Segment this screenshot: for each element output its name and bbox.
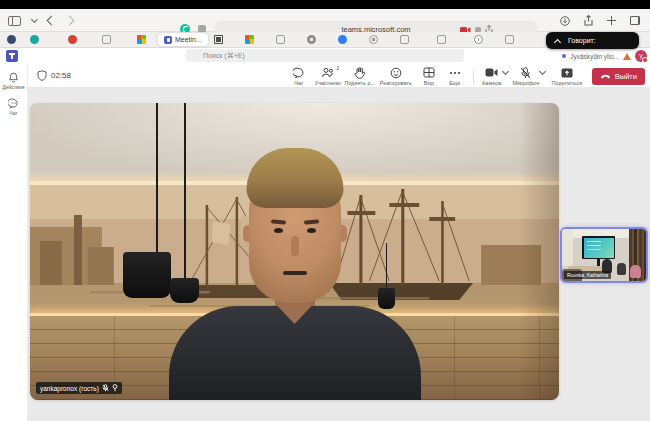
view-button-label: Вид bbox=[424, 80, 434, 86]
participants-button-label: Участники bbox=[315, 80, 341, 86]
back-icon[interactable] bbox=[47, 16, 57, 26]
pinned-tab-microsoft-1[interactable] bbox=[137, 35, 146, 44]
screen-top-strip bbox=[0, 0, 650, 9]
sidebar-icon[interactable] bbox=[8, 16, 21, 26]
meeting-toolbar: 02:58 Чат 2 Участники Поднять р bbox=[28, 64, 650, 88]
sidebar-item-label: Чат bbox=[9, 110, 17, 116]
person-beard bbox=[252, 255, 338, 313]
teams-meeting-window: teams.microsoft.com Meetin... bbox=[0, 0, 650, 421]
chat-button[interactable]: Чат bbox=[286, 67, 312, 86]
bell-icon bbox=[8, 72, 19, 83]
sidebar-item-activity[interactable]: Действия bbox=[0, 72, 27, 90]
leave-button[interactable]: Выйти bbox=[592, 68, 645, 85]
pinned-tab-globe[interactable] bbox=[7, 35, 16, 44]
hang-up-icon bbox=[600, 74, 611, 79]
participant-name: yankapronox (гость) bbox=[40, 385, 99, 392]
pinned-tab-gear[interactable] bbox=[307, 35, 316, 44]
share-screen-button-label: Поделиться bbox=[552, 80, 582, 86]
share-icon[interactable] bbox=[584, 15, 593, 26]
thumbnail-video-tile[interactable]: Ruuska, Katharina bbox=[560, 227, 648, 283]
participant-video-person bbox=[30, 103, 559, 400]
thumb-person bbox=[630, 265, 641, 278]
avatar[interactable]: Y bbox=[635, 50, 647, 62]
timer-text: 02:58 bbox=[51, 71, 71, 80]
speaking-indicator-pill[interactable]: Говорит: bbox=[546, 32, 639, 49]
search-input[interactable] bbox=[186, 49, 464, 62]
camera-button-label: Камера bbox=[482, 80, 501, 86]
participant-name-pill: yankapronox (гость) bbox=[36, 382, 122, 394]
view-grid-icon bbox=[423, 67, 435, 79]
chat-icon bbox=[293, 67, 305, 79]
view-button[interactable]: Вид bbox=[416, 67, 442, 86]
microphone-button-label: Микрофон bbox=[512, 80, 539, 86]
thumb-tv-screen bbox=[584, 238, 614, 258]
person-shirt bbox=[169, 306, 421, 400]
pinned-tab-outline-4[interactable] bbox=[437, 35, 446, 44]
pinned-tab-outline-2[interactable] bbox=[276, 35, 285, 44]
person-nose bbox=[291, 236, 299, 256]
leave-button-label: Выйти bbox=[615, 72, 637, 81]
browser-toolbar: teams.microsoft.com bbox=[0, 9, 650, 32]
participant-count-badge: 2 bbox=[337, 65, 340, 71]
chat-bubble-icon bbox=[8, 98, 19, 109]
person-eye bbox=[307, 228, 316, 233]
active-tab-meeting[interactable]: Meetin... bbox=[158, 33, 208, 46]
microphone-chevron[interactable] bbox=[540, 64, 545, 88]
sidebar-item-label: Действия bbox=[3, 84, 25, 90]
share-screen-button[interactable]: Поделиться bbox=[547, 67, 587, 86]
speaking-label: Говорит: bbox=[568, 37, 596, 44]
pinned-tab-outline-5[interactable] bbox=[505, 35, 514, 44]
pinned-tab-blue[interactable] bbox=[338, 35, 347, 44]
app-rail: Действия Чат bbox=[0, 64, 28, 421]
thumb-tv bbox=[582, 236, 615, 259]
pinned-tab-microsoft-2[interactable] bbox=[245, 35, 254, 44]
mic-muted-icon bbox=[102, 384, 109, 392]
camera-button[interactable]: Камера bbox=[479, 67, 505, 86]
react-button-label: Реагировать bbox=[380, 80, 412, 86]
pin-icon bbox=[112, 384, 118, 392]
forward-icon[interactable] bbox=[65, 16, 75, 26]
chevron-down-icon[interactable] bbox=[31, 16, 38, 23]
thumb-window bbox=[562, 229, 573, 266]
pinned-tab-teal[interactable] bbox=[30, 35, 39, 44]
pinned-tab-outline-3[interactable] bbox=[400, 35, 409, 44]
warning-triangle-icon[interactable] bbox=[623, 53, 631, 60]
teams-logo-icon[interactable] bbox=[6, 50, 18, 62]
meeting-timer: 02:58 bbox=[37, 70, 71, 81]
org-name: Jyväskylän ylio... bbox=[570, 53, 619, 60]
raise-hand-icon bbox=[354, 67, 365, 79]
thumb-person bbox=[617, 263, 626, 275]
react-button[interactable]: Реагировать bbox=[376, 67, 416, 86]
tab-overview-icon[interactable] bbox=[630, 16, 640, 25]
raise-hand-button-label: Поднять р... bbox=[344, 80, 375, 86]
pinned-tab-star[interactable] bbox=[369, 35, 378, 44]
toolbar-divider bbox=[473, 69, 474, 84]
more-button-label: Ещё bbox=[449, 80, 460, 86]
timer-shield-icon bbox=[37, 70, 47, 81]
main-video-tile[interactable]: yankapronox (гость) bbox=[30, 103, 559, 400]
person-eye bbox=[274, 228, 283, 233]
camera-chevron[interactable] bbox=[503, 64, 508, 88]
person-mouth bbox=[283, 271, 307, 275]
react-smiley-icon bbox=[390, 67, 402, 79]
thumb-tv-stand bbox=[597, 259, 600, 266]
camera-on-icon bbox=[485, 67, 498, 79]
screen-share-icon bbox=[561, 67, 573, 79]
pinned-tab-outline-1[interactable] bbox=[102, 35, 111, 44]
people-icon: 2 bbox=[321, 67, 334, 79]
participants-button[interactable]: 2 Участники bbox=[312, 67, 344, 86]
status-dot-icon bbox=[562, 54, 566, 58]
pinned-tab-grid[interactable] bbox=[214, 35, 223, 44]
microphone-button[interactable]: Микрофон bbox=[510, 67, 542, 86]
sidebar-item-chat[interactable]: Чат bbox=[0, 98, 27, 116]
teams-favicon bbox=[164, 36, 172, 44]
new-tab-icon[interactable] bbox=[607, 16, 616, 25]
raise-hand-button[interactable]: Поднять р... bbox=[344, 67, 376, 86]
more-ellipsis-icon bbox=[449, 67, 461, 79]
more-button[interactable]: Ещё bbox=[442, 67, 468, 86]
thumbnail-name: Ruuska, Katharina bbox=[564, 271, 611, 279]
pinned-tab-clock[interactable] bbox=[474, 35, 483, 44]
pinned-tab-red[interactable] bbox=[68, 35, 77, 44]
chat-button-label: Чат bbox=[294, 80, 303, 86]
downloads-icon[interactable] bbox=[560, 16, 570, 26]
